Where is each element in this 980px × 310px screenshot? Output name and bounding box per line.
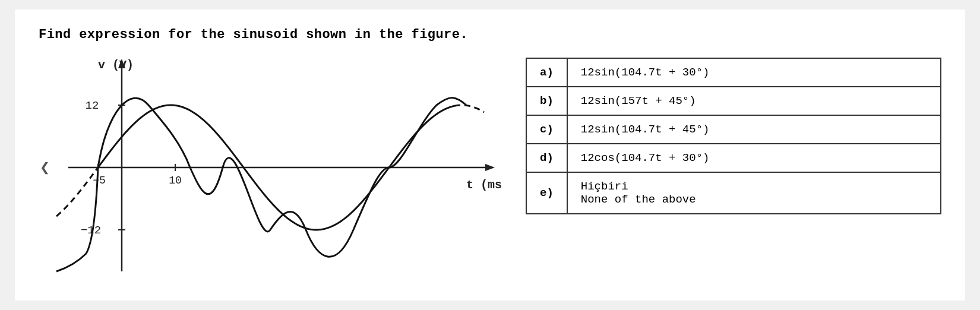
option-label-0: a) [526,58,567,87]
option-label-4: e) [526,172,567,214]
option-text-4: HiçbiriNone of the above [567,172,941,214]
option-label-3: d) [526,144,567,172]
svg-text:10: 10 [169,175,182,186]
option-row-2[interactable]: c)12sin(104.7t + 45°) [526,115,941,144]
answer-table: a)12sin(104.7t + 30°)b)12sin(157t + 45°)… [526,58,941,214]
option-text-2: 12sin(104.7t + 45°) [567,115,941,144]
option-row-4[interactable]: e)HiçbiriNone of the above [526,172,941,214]
option-text-1: 12sin(157t + 45°) [567,87,941,115]
sinusoid-graph: v (V) t (ms) 12 −12 −5 10 [39,52,502,283]
option-label-1: b) [526,87,567,115]
option-row-3[interactable]: d)12cos(104.7t + 30°) [526,144,941,172]
option-row-1[interactable]: b)12sin(157t + 45°) [526,87,941,115]
svg-text:t (ms): t (ms) [466,178,502,192]
question-title: Find expression for the sinusoid shown i… [39,27,941,42]
option-text-0: 12sin(104.7t + 30°) [567,58,941,87]
option-label-2: c) [526,115,567,144]
page-container: Find expression for the sinusoid shown i… [15,10,965,300]
svg-marker-3 [485,164,495,171]
svg-text:12: 12 [86,99,99,112]
svg-text:−5: −5 [93,175,106,186]
nav-left-arrow[interactable]: ❮ [40,157,50,178]
option-text-3: 12cos(104.7t + 30°) [567,144,941,172]
graph-area: ❮ v (V) t (ms) 12 [39,52,502,283]
option-row-0[interactable]: a)12sin(104.7t + 30°) [526,58,941,87]
svg-text:v (V): v (V) [98,58,134,72]
content-row: ❮ v (V) t (ms) 12 [39,52,941,283]
svg-text:−12: −12 [81,224,101,237]
